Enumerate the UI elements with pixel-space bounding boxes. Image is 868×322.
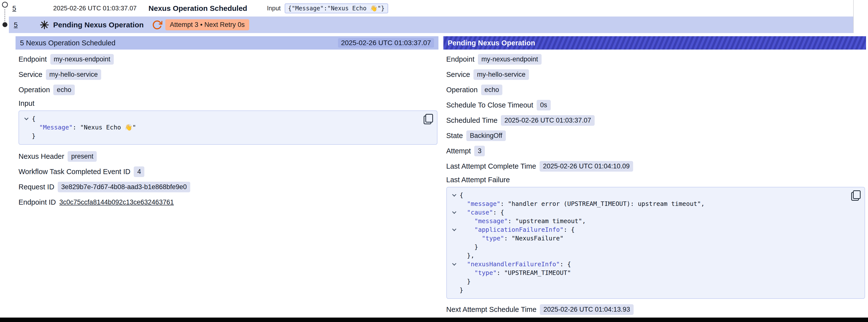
circle-outline-icon (2, 2, 8, 8)
chevron-down-icon[interactable] (452, 227, 456, 231)
attempt-retry-badge: Attempt 3 • Next Retry 0s (165, 19, 249, 30)
code-line-gutter (21, 132, 32, 140)
detail-field-row: Operationecho (446, 84, 865, 95)
event-detail-area: 5 Nexus Operation Scheduled 2025-02-26 U… (0, 33, 868, 319)
event-timestamp: 2025-02-26 UTC 01:03:37.07 (53, 4, 137, 12)
field-label: Service (19, 70, 42, 79)
field-label: Request ID (19, 183, 54, 191)
chevron-down-icon[interactable] (452, 262, 456, 266)
bottom-bar (0, 318, 868, 322)
pending-event-title: Pending Nexus Operation (53, 21, 144, 29)
input-preview-chip: {"Message":"Nexus Echo 👋"} (285, 3, 388, 13)
field-value-chip: BackingOff (466, 130, 506, 141)
copy-button[interactable] (851, 190, 861, 201)
code-line: "type": "UPSTREAM_TIMEOUT" (449, 268, 847, 277)
field-value-chip: 3e829b7e-7d67-4b08-aad3-b1e868bfe9e0 (58, 182, 190, 192)
field-label: Nexus Header (19, 152, 64, 161)
field-label: Endpoint (446, 55, 475, 63)
code-line-gutter (449, 286, 460, 294)
field-value-chip: present (68, 151, 97, 162)
code-line-gutter (21, 123, 32, 132)
event-title: Nexus Operation Scheduled (149, 4, 247, 12)
code-line-gutter (21, 115, 32, 123)
detail-field-row: StateBackingOff (446, 130, 865, 141)
code-line-gutter (449, 260, 460, 268)
code-line-gutter (449, 208, 460, 217)
scheduled-panel-body: Endpointmy-nexus-endpointServicemy-hello… (16, 50, 438, 208)
dot-icon (2, 22, 7, 27)
code-line-gutter (449, 251, 460, 260)
detail-field-row: Endpoint ID3c0c75ccfa8144b092c13ce632463… (19, 196, 437, 208)
chevron-down-icon[interactable] (24, 116, 29, 120)
pending-footer-field: Next Attempt Schedule Time2025-02-26 UTC… (446, 304, 865, 315)
pending-row-highlight: 5 Pending Nexus Operation (9, 17, 853, 33)
code-line: "cause": { (449, 208, 847, 217)
retry-arrow-icon (152, 20, 162, 30)
code-line-gutter (449, 199, 460, 208)
detail-field-row: Request ID3e829b7e-7d67-4b08-aad3-b1e868… (19, 181, 437, 193)
code-line: "message": "handler error (UPSTREAM_TIME… (449, 199, 847, 208)
field-label: Operation (19, 86, 50, 94)
input-section-label: Input (19, 99, 437, 107)
copy-icon (851, 190, 861, 201)
field-label: Schedule To Close Timeout (446, 101, 533, 109)
event-row-pending-operation[interactable]: 5 Pending Nexus Operation (0, 17, 868, 33)
field-value-chip: 3 (474, 146, 485, 156)
failure-section-label: Last Attempt Failure (446, 176, 865, 184)
pending-panel-body: Endpointmy-nexus-endpointServicemy-hello… (443, 50, 866, 315)
pending-panel-header: Pending Nexus Operation (443, 36, 866, 50)
pending-event-id-link[interactable]: 5 (14, 21, 18, 29)
field-value-chip: 2025-02-26 UTC 01:03:37.07 (501, 115, 594, 126)
event-row-nexus-scheduled[interactable]: 5 2025-02-26 UTC 01:03:37.07 Nexus Opera… (0, 0, 868, 17)
field-label: State (446, 132, 463, 140)
detail-field-row: Workflow Task Completed Event ID4 (19, 166, 437, 177)
detail-field-row: Nexus Headerpresent (19, 151, 437, 162)
code-line: } (449, 243, 847, 251)
code-line: "nexusHandlerFailureInfo": { (449, 260, 847, 268)
field-value-chip: echo (53, 85, 75, 95)
chevron-down-icon[interactable] (452, 193, 456, 197)
code-line-gutter (449, 277, 460, 286)
code-line-gutter (449, 234, 460, 243)
code-line-gutter (449, 243, 460, 251)
code-line: } (21, 132, 420, 140)
detail-field-row: Endpointmy-nexus-endpoint (19, 54, 437, 65)
chevron-down-icon[interactable] (452, 210, 456, 214)
code-line-gutter (449, 268, 460, 277)
scheduled-event-panel: 5 Nexus Operation Scheduled 2025-02-26 U… (16, 36, 438, 212)
field-value-chip: 2025-02-26 UTC 01:04:10.09 (539, 161, 633, 171)
detail-field-row: Endpointmy-nexus-endpoint (446, 54, 865, 65)
field-value-chip: 4 (134, 166, 144, 177)
failure-json-block: {"message": "handler error (UPSTREAM_TIM… (446, 187, 865, 299)
code-line: "type": "NexusFailure" (449, 234, 847, 243)
field-value-chip: my-nexus-endpoint (478, 54, 541, 65)
field-label: Service (446, 70, 470, 79)
timeline-rail (0, 0, 11, 33)
panel-title: 5 Nexus Operation Scheduled (20, 39, 116, 47)
field-label: Next Attempt Schedule Time (446, 305, 537, 314)
code-line: } (449, 286, 847, 294)
code-line: "message": "upstream timeout", (449, 217, 847, 225)
endpoint-id-link[interactable]: 3c0c75ccfa8144b092c13ce632463761 (59, 198, 174, 206)
event-list: 5 2025-02-26 UTC 01:03:37.07 Nexus Opera… (0, 0, 868, 33)
pending-operation-panel: Pending Nexus Operation Endpointmy-nexus… (443, 36, 866, 319)
panel-title: Pending Nexus Operation (448, 39, 535, 47)
code-line: "applicationFailureInfo": { (449, 225, 847, 234)
field-label: Operation (446, 86, 478, 94)
panel-timestamp: 2025-02-26 UTC 01:03:37.07 (338, 38, 434, 47)
code-line: { (21, 115, 420, 123)
field-value-chip: echo (481, 85, 503, 95)
code-line: } (449, 277, 847, 286)
field-label: Scheduled Time (446, 117, 498, 125)
detail-field-row: Scheduled Time2025-02-26 UTC 01:03:37.07 (446, 115, 865, 126)
field-label: Attempt (446, 147, 471, 155)
copy-button[interactable] (424, 114, 433, 124)
json-code: {"Message": "Nexus Echo 👋"} (21, 115, 420, 140)
field-value-chip: my-hello-service (473, 69, 529, 80)
field-label: Endpoint ID (19, 198, 56, 206)
detail-field-row: Schedule To Close Timeout0s (446, 99, 865, 111)
event-id-link[interactable]: 5 (12, 4, 16, 12)
detail-field-row: Operationecho (19, 84, 437, 95)
field-value-chip: my-hello-service (46, 69, 101, 80)
asterisk-icon (39, 20, 49, 30)
